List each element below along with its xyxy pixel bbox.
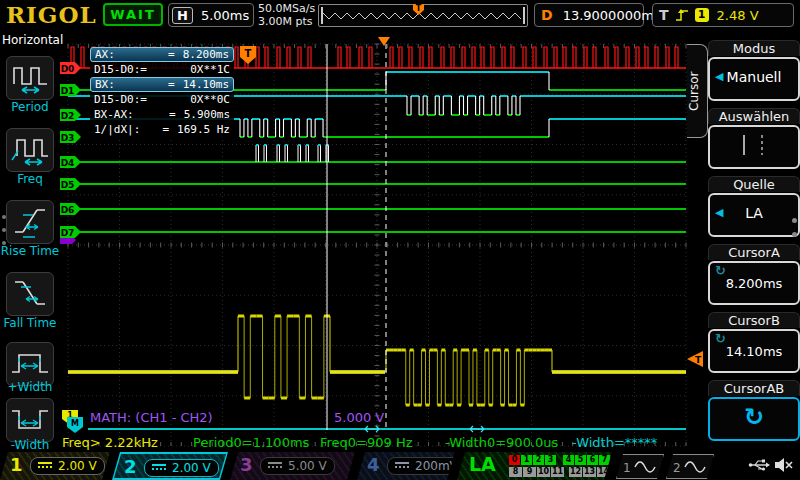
channel-inner: 22.00 V <box>114 454 226 478</box>
menu-value: LA <box>710 205 798 221</box>
readout-value: 14.10ms <box>183 78 229 91</box>
top-status-bar: RIGOL WAIT H 5.00ms 50.0MSa/s 3.00M pts … <box>0 0 800 30</box>
waveform-position-preview[interactable]: T <box>318 4 528 27</box>
channel-4-block[interactable]: 4200mV <box>357 452 455 480</box>
dc-coupling-icon <box>395 462 409 470</box>
measure-label: Rise Time <box>0 244 60 258</box>
svg-text:D4: D4 <box>61 158 75 168</box>
readout-eq: = <box>168 48 175 61</box>
measurement-value: Freq0=909 Hz <box>320 435 413 450</box>
menu-title-cursorab: CursorAB <box>708 380 800 396</box>
digital-channel-chip[interactable]: 0 <box>509 455 520 465</box>
digital-channel-chip[interactable]: 4 <box>563 455 574 465</box>
delay-position-marker[interactable] <box>378 37 390 46</box>
cursor-menu-tab[interactable]: Cursor <box>687 44 708 138</box>
trigger-box[interactable]: T 1 2.48 V <box>652 3 794 27</box>
digital-channel-chip[interactable]: 7 <box>599 455 610 465</box>
measure-button-period[interactable] <box>6 56 54 100</box>
math-position-marker[interactable] <box>67 417 83 433</box>
measure-button-rise-time[interactable] <box>6 200 54 244</box>
channel-3-block[interactable]: 35.00 V <box>230 452 355 480</box>
channel-number: 1 <box>10 454 23 475</box>
svg-text:M: M <box>71 419 79 428</box>
readout-value: 0X**0C <box>190 93 230 106</box>
cursor-menu: Cursor Modus◀ManuellAuswählenQuelle◀LACu… <box>686 30 800 450</box>
channel-tag-d0[interactable] <box>60 62 81 74</box>
svg-text:D7: D7 <box>61 228 75 238</box>
digital-channel-chip[interactable]: 12 <box>569 467 582 477</box>
ch1-position-marker[interactable] <box>62 410 78 425</box>
svg-text:1: 1 <box>67 411 73 420</box>
source-2-block[interactable]: 2 <box>666 454 714 479</box>
rigol-logo: RIGOL <box>6 1 97 28</box>
svg-text:D2: D2 <box>61 111 75 121</box>
plus-width-icon <box>7 343 53 385</box>
channel-tag-d7[interactable] <box>60 226 81 238</box>
channel-tag-d2[interactable] <box>60 109 81 121</box>
measure-button--width[interactable] <box>6 398 54 442</box>
digital-channel-chip[interactable]: 1 <box>521 455 532 465</box>
digital-channel-chip[interactable]: 5 <box>575 455 586 465</box>
source-1-block[interactable]: 1 <box>616 454 664 479</box>
channel-tag-d4[interactable] <box>60 156 81 168</box>
channel-tag-d6[interactable] <box>60 203 81 215</box>
digital-channel-chip[interactable]: 2 <box>533 455 544 465</box>
readout-value: 5.900ms <box>184 108 230 121</box>
channel-scale-value: 200mV <box>415 459 458 473</box>
measurement-value: Period0=1.100ms <box>193 435 309 450</box>
markers: TT <box>240 37 703 367</box>
scroll-dot <box>2 228 6 232</box>
scroll-dot <box>792 232 797 237</box>
menu-title-cursora: CursorA <box>708 244 800 260</box>
measure-button-fall-time[interactable] <box>6 272 54 316</box>
readout-eq: = <box>168 78 175 91</box>
channel-2-block[interactable]: 22.00 V <box>112 452 228 480</box>
rotate-knob-icon: ↻ <box>710 403 798 431</box>
channel-tag-d1[interactable] <box>60 84 81 96</box>
logic-analyzer-block[interactable]: LA0123456789101112131415 <box>457 452 612 480</box>
menu-value: 8.200ms <box>710 276 798 291</box>
channel-tag-d3[interactable] <box>60 131 81 143</box>
dc-coupling-icon <box>268 462 282 470</box>
digital-channel-chip[interactable]: 14 <box>597 467 610 477</box>
dc-coupling-icon <box>38 462 52 470</box>
channel-scale-pill: 2.00 V <box>30 457 105 475</box>
digital-channel-chip[interactable]: 11 <box>551 467 564 477</box>
svg-text:D3: D3 <box>61 133 75 143</box>
measure-button-freq[interactable] <box>6 128 54 172</box>
measurement-value: Freq> 2.22kHz <box>62 435 158 450</box>
channel-scale-value: 2.00 V <box>58 459 97 473</box>
horizontal-timebase-box[interactable]: H 5.00ms <box>168 3 254 27</box>
acquisition-info: 50.0MSa/s 3.00M pts <box>258 2 315 28</box>
measure-label: -Width <box>0 438 60 452</box>
trigger-level-value: 2.48 V <box>717 8 759 23</box>
trigger-time-flag[interactable] <box>240 46 256 64</box>
left-menu-title: Horizontal <box>0 30 60 47</box>
menu-item-cursora[interactable]: ↻8.200ms <box>708 261 800 305</box>
wave-icon <box>631 455 659 478</box>
channel-tag-d5[interactable] <box>60 178 81 190</box>
cursor-readout-row: D15-D0:=0X**0C <box>90 92 234 107</box>
menu-item-modus[interactable]: ◀Manuell <box>708 57 800 101</box>
digital-channel-chip[interactable]: 10 <box>537 467 550 477</box>
minus-width-icon <box>7 399 53 441</box>
digital-channel-chip[interactable]: 8 <box>509 467 522 477</box>
readout-label: D15-D0:= <box>94 63 147 76</box>
usb-icon <box>748 457 770 477</box>
digital-channel-chip[interactable]: 9 <box>523 467 536 477</box>
delay-box[interactable]: D 13.9000000ms <box>534 3 644 27</box>
digital-channel-chip[interactable]: 3 <box>545 455 556 465</box>
digital-channel-chip[interactable]: 13 <box>583 467 596 477</box>
period-icon <box>7 57 53 99</box>
readout-eq: = <box>169 108 176 121</box>
measurement-value: -Width0=900.0us <box>445 435 558 450</box>
digital-channel-chip[interactable]: 6 <box>587 455 598 465</box>
cursor-select-icon <box>710 127 794 163</box>
menu-item-cursorab[interactable]: ↻ <box>708 397 800 441</box>
run-status-badge: WAIT <box>103 3 163 26</box>
menu-item-cursorb[interactable]: ↻14.10ms <box>708 329 800 373</box>
menu-item-auswählen[interactable] <box>708 125 800 169</box>
menu-title-auswählen: Auswählen <box>708 108 800 124</box>
channel-1-block[interactable]: 12.00 V <box>0 452 110 480</box>
menu-item-quelle[interactable]: ◀LA <box>708 193 800 237</box>
